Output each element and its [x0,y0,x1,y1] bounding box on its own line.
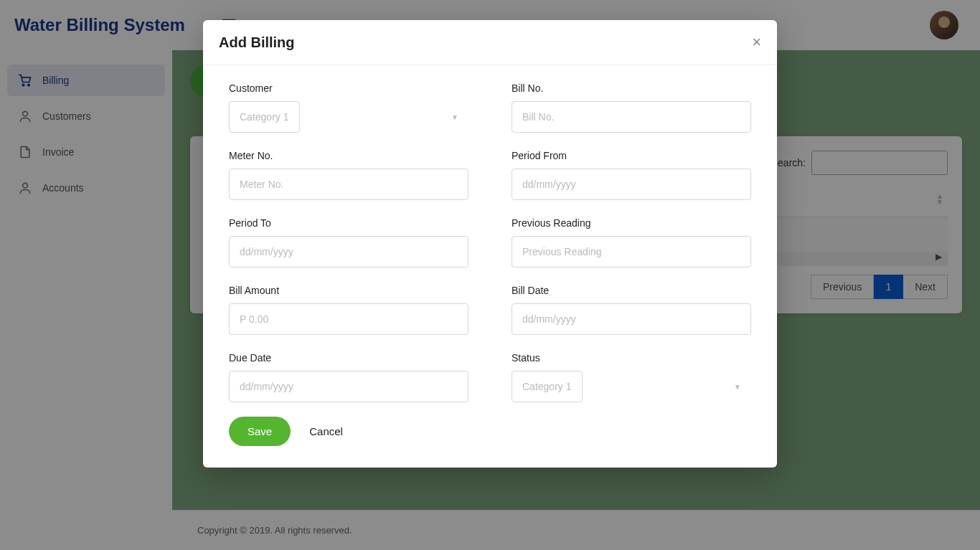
save-button[interactable]: Save [229,417,291,446]
customer-select[interactable]: Category 1 [229,101,300,133]
field-previous-reading: Previous Reading [512,217,751,267]
field-period-to: Period To [229,217,468,267]
field-customer: Customer Category 1 [229,82,468,133]
field-bill-date: Bill Date [512,285,751,335]
label-bill-no: Bill No. [512,82,751,94]
bill-date-input[interactable] [512,303,751,335]
period-to-input[interactable] [229,236,468,267]
field-period-from: Period From [512,150,751,200]
due-date-input[interactable] [229,371,468,402]
label-previous-reading: Previous Reading [512,217,751,229]
field-meter-no: Meter No. [229,150,468,200]
field-bill-no: Bill No. [512,82,751,133]
field-due-date: Due Date [229,352,468,402]
label-status: Status [512,352,751,364]
previous-reading-input[interactable] [512,236,751,267]
modal-body: Customer Category 1 Bill No. Meter No. P… [203,65,777,409]
label-due-date: Due Date [229,352,468,364]
bill-amount-input[interactable] [229,303,468,335]
add-billing-modal: Add Billing × Customer Category 1 Bill N… [203,20,777,468]
modal-footer: Save Cancel [203,409,777,468]
cancel-button[interactable]: Cancel [309,425,343,437]
period-from-input[interactable] [512,169,751,200]
label-customer: Customer [229,82,468,94]
label-bill-amount: Bill Amount [229,285,468,296]
close-icon[interactable]: × [752,33,761,52]
label-period-from: Period From [512,150,751,161]
field-bill-amount: Bill Amount [229,285,468,335]
label-meter-no: Meter No. [229,150,468,161]
modal-title: Add Billing [219,34,295,51]
status-select[interactable]: Category 1 [512,371,583,402]
label-period-to: Period To [229,217,468,229]
label-bill-date: Bill Date [512,285,751,296]
bill-no-input[interactable] [512,101,751,133]
modal-overlay[interactable]: Add Billing × Customer Category 1 Bill N… [0,0,980,550]
modal-header: Add Billing × [203,20,777,65]
field-status: Status Category 1 [512,352,751,402]
meter-no-input[interactable] [229,169,468,200]
